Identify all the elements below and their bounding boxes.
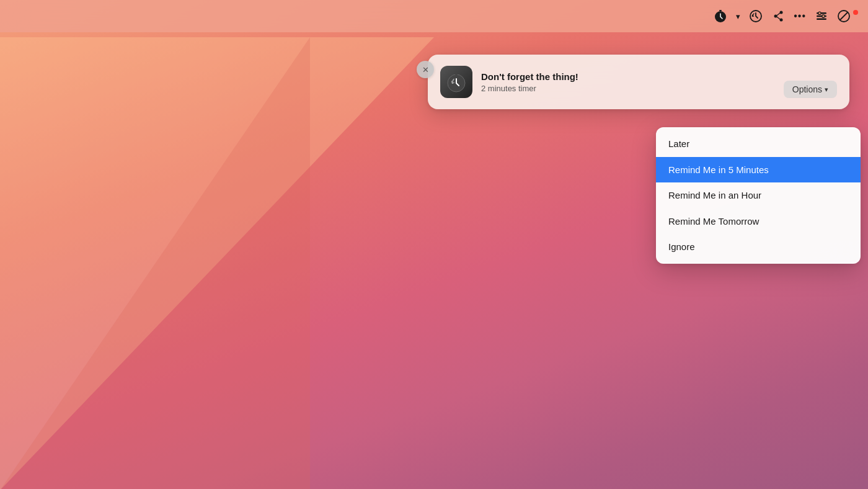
desktop: ▾ •••	[0, 0, 868, 489]
more-menu-icon[interactable]: •••	[794, 11, 806, 22]
svg-line-14	[840, 12, 848, 20]
options-button[interactable]: Options ▾	[784, 81, 837, 98]
svg-line-7	[777, 17, 780, 19]
dropdown-item-remind-5min[interactable]: Remind Me in 5 Minutes	[656, 157, 861, 183]
svg-rect-1	[719, 10, 722, 11]
notification-subtitle: 2 minutes timer	[481, 84, 775, 93]
focus-menu-icon[interactable]	[837, 9, 851, 23]
options-label: Options	[792, 84, 822, 94]
svg-point-11	[818, 12, 821, 14]
notification-close-button[interactable]: ✕	[417, 61, 434, 78]
notification-card: ✕ Don't forget the thing! 2 minutes time…	[428, 55, 849, 109]
share-menu-icon[interactable]	[771, 9, 785, 23]
notification-app-icon	[440, 66, 472, 98]
dropdown-item-ignore[interactable]: Ignore	[656, 234, 861, 260]
options-chevron-icon: ▾	[825, 86, 828, 94]
svg-rect-10	[817, 19, 826, 20]
svg-point-12	[822, 15, 825, 17]
dropdown-arrow-menu-icon[interactable]: ▾	[736, 12, 740, 21]
focus-active-dot	[853, 10, 858, 15]
dropdown-menu: Later Remind Me in 5 Minutes Remind Me i…	[656, 127, 861, 264]
controls-menu-icon[interactable]	[815, 9, 828, 23]
dropdown-item-remind-tomorrow[interactable]: Remind Me Tomorrow	[656, 209, 861, 235]
svg-line-6	[777, 13, 780, 16]
dropdown-item-remind-hour[interactable]: Remind Me in an Hour	[656, 182, 861, 209]
timer-menu-icon[interactable]	[714, 9, 727, 23]
dropdown-item-later[interactable]: Later	[656, 131, 861, 157]
notification-content: Don't forget the thing! 2 minutes timer	[481, 71, 775, 94]
svg-rect-17	[455, 73, 458, 75]
notification-title: Don't forget the thing!	[481, 71, 775, 83]
menu-bar: ▾ •••	[0, 0, 868, 32]
time-machine-menu-icon[interactable]	[749, 9, 763, 23]
